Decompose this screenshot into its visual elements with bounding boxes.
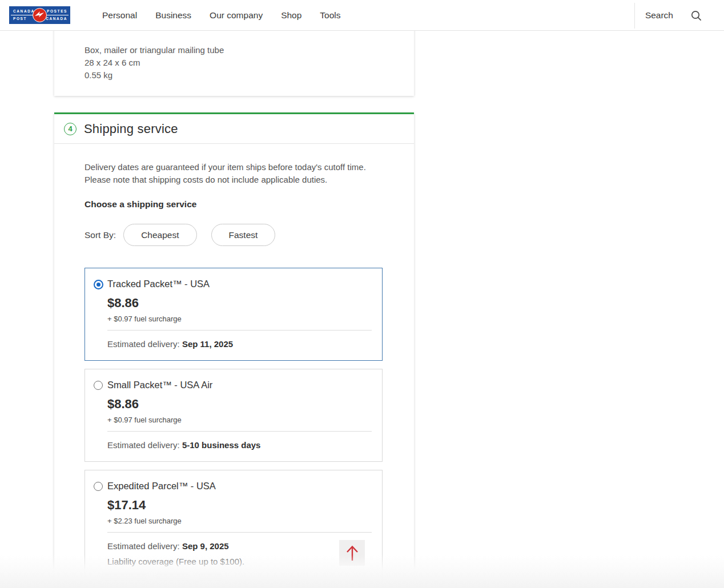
- radio-selected-icon[interactable]: [94, 280, 103, 289]
- radio-unselected-icon[interactable]: [94, 381, 103, 390]
- nav-item-tools[interactable]: Tools: [320, 10, 340, 21]
- card-divider: [107, 330, 372, 331]
- service-name: Tracked Packet™ - USA: [107, 278, 382, 289]
- sort-fastest-button[interactable]: Fastest: [211, 224, 276, 246]
- card-divider: [107, 532, 372, 533]
- service-name: Small Packet™ - USA Air: [107, 379, 382, 390]
- shipping-option-small-packet-usa-air[interactable]: Small Packet™ - USA Air $8.86 + $0.97 fu…: [85, 369, 383, 462]
- arrow-up-icon: [345, 545, 360, 562]
- canada-post-logo[interactable]: CANADA POST POSTES CANADA: [9, 6, 70, 24]
- fuel-surcharge: + $2.23 fuel surcharge: [107, 517, 382, 525]
- package-type: Box, mailer or triangular mailing tube: [85, 44, 414, 57]
- package-weight: 0.55 kg: [85, 69, 414, 82]
- service-price: $17.14: [107, 498, 382, 513]
- sort-cheapest-button[interactable]: Cheapest: [123, 224, 196, 246]
- shipping-options-list: Tracked Packet™ - USA $8.86 + $0.97 fuel…: [85, 268, 383, 588]
- choose-service-label: Choose a shipping service: [85, 199, 383, 210]
- logo-text: POSTES: [47, 10, 67, 14]
- search-icon[interactable]: [690, 10, 702, 22]
- main-nav: Personal Business Our company Shop Tools: [102, 0, 341, 31]
- step-number-badge: 4: [64, 123, 77, 135]
- delivery-guarantee-note: Delivery dates are guaranteed if your it…: [85, 161, 383, 186]
- canada-post-wing-icon: [33, 8, 47, 22]
- logo-text: POST: [13, 17, 27, 21]
- shipping-section-body: Delivery dates are guaranteed if your it…: [54, 161, 414, 588]
- sort-by-label: Sort By:: [85, 230, 116, 240]
- estimated-delivery: Estimated delivery: 5-10 business days: [107, 440, 382, 450]
- scroll-to-top-button[interactable]: [339, 540, 365, 566]
- service-price: $8.86: [107, 296, 382, 311]
- header-vertical-divider: [634, 3, 635, 29]
- shipping-option-expedited-parcel-usa[interactable]: Expedited Parcel™ - USA $17.14 + $2.23 f…: [85, 470, 383, 588]
- nav-item-shop[interactable]: Shop: [281, 10, 301, 21]
- logo-text: CANADA: [13, 10, 35, 14]
- service-price: $8.86: [107, 397, 382, 412]
- shipping-option-tracked-packet-usa[interactable]: Tracked Packet™ - USA $8.86 + $0.97 fuel…: [85, 268, 383, 361]
- page: CANADA POST POSTES CANADA Personal Busin…: [0, 0, 724, 588]
- card-divider: [107, 431, 372, 432]
- section-title: Shipping service: [84, 122, 178, 136]
- service-name: Expedited Parcel™ - USA: [107, 480, 382, 492]
- top-navigation-bar: CANADA POST POSTES CANADA Personal Busin…: [0, 0, 724, 31]
- cropped-content-placeholder: [101, 573, 382, 581]
- fuel-surcharge: + $0.97 fuel surcharge: [107, 416, 382, 424]
- search-link[interactable]: Search: [645, 10, 673, 21]
- sort-controls: Sort By: Cheapest Fastest: [85, 224, 383, 246]
- nav-item-personal[interactable]: Personal: [102, 10, 137, 21]
- estimated-delivery: Estimated delivery: Sep 11, 2025: [107, 339, 382, 349]
- package-dimensions: 28 x 24 x 6 cm: [85, 57, 414, 69]
- shipping-service-section: 4 Shipping service Delivery dates are gu…: [54, 112, 414, 588]
- shipping-section-header: 4 Shipping service: [54, 114, 414, 144]
- fuel-surcharge: + $0.97 fuel surcharge: [107, 315, 382, 323]
- nav-item-our-company[interactable]: Our company: [210, 10, 263, 21]
- logo-text: CANADA: [46, 17, 67, 21]
- radio-unselected-icon[interactable]: [94, 482, 103, 491]
- nav-item-business[interactable]: Business: [155, 10, 191, 21]
- header-search-area: Search: [645, 0, 702, 31]
